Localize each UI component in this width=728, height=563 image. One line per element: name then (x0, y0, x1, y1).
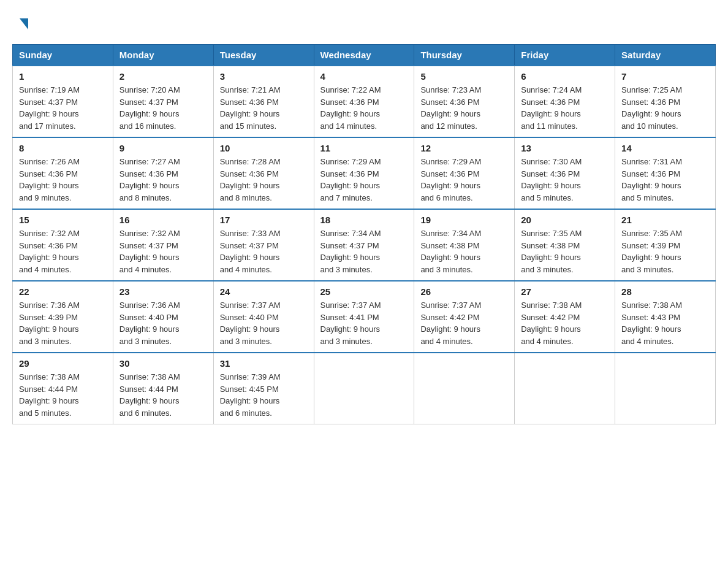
day-number: 23 (119, 286, 207, 297)
day-number: 5 (420, 71, 508, 82)
calendar-cell: 10 Sunrise: 7:28 AMSunset: 4:36 PMDaylig… (213, 137, 314, 209)
day-info: Sunrise: 7:38 AMSunset: 4:43 PMDaylight:… (621, 301, 682, 346)
calendar-cell: 14 Sunrise: 7:31 AMSunset: 4:36 PMDaylig… (615, 137, 716, 209)
calendar-cell: 15 Sunrise: 7:32 AMSunset: 4:36 PMDaylig… (13, 209, 113, 281)
calendar-cell: 1 Sunrise: 7:19 AMSunset: 4:37 PMDayligh… (13, 66, 113, 137)
calendar-cell: 31 Sunrise: 7:39 AMSunset: 4:45 PMDaylig… (213, 353, 314, 424)
calendar-cell: 23 Sunrise: 7:36 AMSunset: 4:40 PMDaylig… (113, 281, 213, 353)
day-info: Sunrise: 7:37 AMSunset: 4:41 PMDaylight:… (320, 301, 381, 346)
day-number: 27 (521, 286, 609, 297)
day-number: 2 (119, 71, 207, 82)
calendar-cell (615, 353, 716, 424)
weekday-header-tuesday: Tuesday (213, 45, 314, 66)
weekday-header-saturday: Saturday (615, 45, 716, 66)
calendar-cell: 18 Sunrise: 7:34 AMSunset: 4:37 PMDaylig… (314, 209, 414, 281)
day-info: Sunrise: 7:35 AMSunset: 4:39 PMDaylight:… (621, 229, 682, 274)
day-number: 26 (420, 286, 508, 297)
logo-arrow-icon (20, 18, 28, 29)
day-info: Sunrise: 7:29 AMSunset: 4:36 PMDaylight:… (420, 157, 481, 202)
day-number: 12 (420, 143, 508, 153)
calendar-cell (314, 353, 414, 424)
day-number: 14 (621, 143, 709, 153)
day-info: Sunrise: 7:23 AMSunset: 4:36 PMDaylight:… (420, 85, 481, 131)
day-info: Sunrise: 7:38 AMSunset: 4:44 PMDaylight:… (119, 372, 180, 418)
day-info: Sunrise: 7:29 AMSunset: 4:36 PMDaylight:… (320, 157, 381, 202)
day-info: Sunrise: 7:37 AMSunset: 4:42 PMDaylight:… (420, 301, 481, 346)
day-info: Sunrise: 7:21 AMSunset: 4:36 PMDaylight:… (220, 85, 281, 131)
day-number: 9 (119, 143, 207, 153)
day-info: Sunrise: 7:35 AMSunset: 4:38 PMDaylight:… (521, 229, 582, 274)
day-number: 28 (621, 286, 709, 297)
weekday-header-thursday: Thursday (414, 45, 515, 66)
calendar-cell: 24 Sunrise: 7:37 AMSunset: 4:40 PMDaylig… (213, 281, 314, 353)
calendar-cell: 26 Sunrise: 7:37 AMSunset: 4:42 PMDaylig… (414, 281, 515, 353)
day-info: Sunrise: 7:32 AMSunset: 4:37 PMDaylight:… (119, 229, 180, 274)
day-info: Sunrise: 7:30 AMSunset: 4:36 PMDaylight:… (521, 157, 582, 202)
day-info: Sunrise: 7:32 AMSunset: 4:36 PMDaylight:… (19, 229, 80, 274)
day-info: Sunrise: 7:39 AMSunset: 4:45 PMDaylight:… (220, 372, 281, 418)
day-number: 20 (521, 215, 609, 225)
calendar-cell: 9 Sunrise: 7:27 AMSunset: 4:36 PMDayligh… (113, 137, 213, 209)
weekday-header-row: SundayMondayTuesdayWednesdayThursdayFrid… (13, 45, 716, 66)
day-number: 25 (320, 286, 408, 297)
day-number: 13 (521, 143, 609, 153)
day-info: Sunrise: 7:19 AMSunset: 4:37 PMDaylight:… (19, 85, 80, 131)
calendar-cell: 25 Sunrise: 7:37 AMSunset: 4:41 PMDaylig… (314, 281, 414, 353)
calendar-cell: 20 Sunrise: 7:35 AMSunset: 4:38 PMDaylig… (515, 209, 615, 281)
day-number: 11 (320, 143, 408, 153)
calendar-cell: 7 Sunrise: 7:25 AMSunset: 4:36 PMDayligh… (615, 66, 716, 137)
calendar-week-row: 15 Sunrise: 7:32 AMSunset: 4:36 PMDaylig… (13, 209, 716, 281)
day-info: Sunrise: 7:20 AMSunset: 4:37 PMDaylight:… (119, 85, 180, 131)
calendar-cell: 8 Sunrise: 7:26 AMSunset: 4:36 PMDayligh… (13, 137, 113, 209)
calendar-week-row: 29 Sunrise: 7:38 AMSunset: 4:44 PMDaylig… (13, 353, 716, 424)
day-number: 24 (220, 286, 308, 297)
day-number: 22 (19, 286, 107, 297)
calendar-cell: 19 Sunrise: 7:34 AMSunset: 4:38 PMDaylig… (414, 209, 515, 281)
day-number: 18 (320, 215, 408, 225)
day-info: Sunrise: 7:26 AMSunset: 4:36 PMDaylight:… (19, 157, 80, 202)
weekday-header-monday: Monday (113, 45, 213, 66)
weekday-header-friday: Friday (515, 45, 615, 66)
day-info: Sunrise: 7:28 AMSunset: 4:36 PMDaylight:… (220, 157, 281, 202)
day-info: Sunrise: 7:34 AMSunset: 4:37 PMDaylight:… (320, 229, 381, 274)
calendar-cell: 27 Sunrise: 7:38 AMSunset: 4:42 PMDaylig… (515, 281, 615, 353)
calendar-table: SundayMondayTuesdayWednesdayThursdayFrid… (12, 44, 716, 424)
calendar-cell: 16 Sunrise: 7:32 AMSunset: 4:37 PMDaylig… (113, 209, 213, 281)
day-number: 29 (19, 358, 107, 369)
day-info: Sunrise: 7:25 AMSunset: 4:36 PMDaylight:… (621, 85, 682, 131)
day-number: 19 (420, 215, 508, 225)
day-number: 10 (220, 143, 308, 153)
calendar-week-row: 22 Sunrise: 7:36 AMSunset: 4:39 PMDaylig… (13, 281, 716, 353)
day-info: Sunrise: 7:27 AMSunset: 4:36 PMDaylight:… (119, 157, 180, 202)
calendar-cell: 12 Sunrise: 7:29 AMSunset: 4:36 PMDaylig… (414, 137, 515, 209)
day-number: 17 (220, 215, 308, 225)
page-header (12, 12, 716, 32)
day-info: Sunrise: 7:37 AMSunset: 4:40 PMDaylight:… (220, 301, 281, 346)
day-number: 8 (19, 143, 107, 153)
calendar-cell: 3 Sunrise: 7:21 AMSunset: 4:36 PMDayligh… (213, 66, 314, 137)
calendar-cell: 6 Sunrise: 7:24 AMSunset: 4:36 PMDayligh… (515, 66, 615, 137)
day-info: Sunrise: 7:33 AMSunset: 4:37 PMDaylight:… (220, 229, 281, 274)
day-info: Sunrise: 7:36 AMSunset: 4:40 PMDaylight:… (119, 301, 180, 346)
calendar-cell: 29 Sunrise: 7:38 AMSunset: 4:44 PMDaylig… (13, 353, 113, 424)
calendar-cell: 21 Sunrise: 7:35 AMSunset: 4:39 PMDaylig… (615, 209, 716, 281)
day-number: 16 (119, 215, 207, 225)
day-number: 21 (621, 215, 709, 225)
calendar-cell: 28 Sunrise: 7:38 AMSunset: 4:43 PMDaylig… (615, 281, 716, 353)
day-number: 15 (19, 215, 107, 225)
calendar-cell: 4 Sunrise: 7:22 AMSunset: 4:36 PMDayligh… (314, 66, 414, 137)
day-number: 4 (320, 71, 408, 82)
calendar-cell: 22 Sunrise: 7:36 AMSunset: 4:39 PMDaylig… (13, 281, 113, 353)
day-number: 30 (119, 358, 207, 369)
calendar-cell: 13 Sunrise: 7:30 AMSunset: 4:36 PMDaylig… (515, 137, 615, 209)
weekday-header-sunday: Sunday (13, 45, 113, 66)
day-info: Sunrise: 7:22 AMSunset: 4:36 PMDaylight:… (320, 85, 381, 131)
calendar-week-row: 8 Sunrise: 7:26 AMSunset: 4:36 PMDayligh… (13, 137, 716, 209)
day-info: Sunrise: 7:34 AMSunset: 4:38 PMDaylight:… (420, 229, 481, 274)
logo (18, 18, 28, 26)
day-number: 6 (521, 71, 609, 82)
day-number: 7 (621, 71, 709, 82)
day-number: 3 (220, 71, 308, 82)
calendar-cell (414, 353, 515, 424)
calendar-cell: 17 Sunrise: 7:33 AMSunset: 4:37 PMDaylig… (213, 209, 314, 281)
